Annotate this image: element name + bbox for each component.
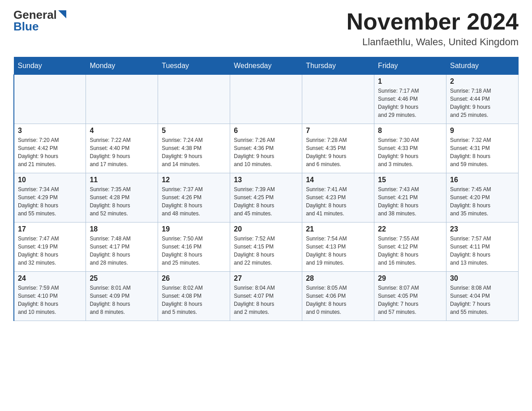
day-number: 18	[90, 225, 154, 233]
calendar-table: Sunday Monday Tuesday Wednesday Thursday…	[13, 57, 519, 321]
day-number: 7	[306, 127, 370, 135]
day-info: Sunrise: 7:30 AM Sunset: 4:33 PM Dayligh…	[378, 136, 442, 168]
day-number: 15	[378, 176, 442, 184]
table-row	[14, 75, 86, 124]
day-number: 17	[18, 225, 82, 233]
calendar-week-row: 10Sunrise: 7:34 AM Sunset: 4:29 PM Dayli…	[14, 173, 519, 223]
day-info: Sunrise: 7:35 AM Sunset: 4:28 PM Dayligh…	[90, 185, 154, 218]
day-number: 9	[450, 127, 515, 135]
table-row: 24Sunrise: 7:59 AM Sunset: 4:10 PM Dayli…	[14, 272, 86, 321]
table-row: 2Sunrise: 7:18 AM Sunset: 4:44 PM Daylig…	[446, 75, 519, 124]
day-info: Sunrise: 7:20 AM Sunset: 4:42 PM Dayligh…	[18, 136, 82, 168]
day-info: Sunrise: 7:26 AM Sunset: 4:36 PM Dayligh…	[234, 136, 298, 168]
table-row: 28Sunrise: 8:05 AM Sunset: 4:06 PM Dayli…	[302, 272, 374, 321]
title-area: November 2024 Llanfaethlu, Wales, United…	[347, 9, 519, 48]
col-saturday: Saturday	[446, 57, 519, 75]
day-number: 23	[450, 225, 515, 233]
day-number: 28	[306, 274, 370, 283]
day-number: 12	[162, 176, 226, 184]
table-row: 6Sunrise: 7:26 AM Sunset: 4:36 PM Daylig…	[230, 124, 302, 173]
table-row: 19Sunrise: 7:50 AM Sunset: 4:16 PM Dayli…	[158, 223, 230, 272]
day-info: Sunrise: 8:04 AM Sunset: 4:07 PM Dayligh…	[234, 284, 298, 316]
logo-general-text: General	[13, 9, 57, 21]
day-info: Sunrise: 7:57 AM Sunset: 4:11 PM Dayligh…	[450, 235, 515, 267]
day-info: Sunrise: 7:47 AM Sunset: 4:19 PM Dayligh…	[18, 235, 82, 267]
day-number: 25	[90, 274, 154, 283]
day-number: 24	[18, 274, 82, 283]
day-info: Sunrise: 7:28 AM Sunset: 4:35 PM Dayligh…	[306, 136, 370, 168]
col-thursday: Thursday	[302, 57, 374, 75]
day-info: Sunrise: 8:02 AM Sunset: 4:08 PM Dayligh…	[162, 284, 226, 316]
table-row: 29Sunrise: 8:07 AM Sunset: 4:05 PM Dayli…	[374, 272, 446, 321]
day-info: Sunrise: 7:22 AM Sunset: 4:40 PM Dayligh…	[90, 136, 154, 168]
day-info: Sunrise: 8:07 AM Sunset: 4:05 PM Dayligh…	[378, 284, 442, 316]
table-row	[158, 75, 230, 124]
col-sunday: Sunday	[14, 57, 86, 75]
table-row: 15Sunrise: 7:43 AM Sunset: 4:21 PM Dayli…	[374, 173, 446, 223]
day-info: Sunrise: 7:17 AM Sunset: 4:46 PM Dayligh…	[378, 87, 442, 119]
table-row: 26Sunrise: 8:02 AM Sunset: 4:08 PM Dayli…	[158, 272, 230, 321]
month-title: November 2024	[347, 9, 519, 34]
day-number: 3	[18, 127, 82, 135]
calendar-week-row: 1Sunrise: 7:17 AM Sunset: 4:46 PM Daylig…	[14, 75, 519, 124]
day-info: Sunrise: 7:59 AM Sunset: 4:10 PM Dayligh…	[18, 284, 82, 316]
day-info: Sunrise: 7:41 AM Sunset: 4:23 PM Dayligh…	[306, 185, 370, 218]
logo-blue-text: Blue	[13, 21, 39, 32]
day-info: Sunrise: 7:54 AM Sunset: 4:13 PM Dayligh…	[306, 235, 370, 267]
table-row: 22Sunrise: 7:55 AM Sunset: 4:12 PM Dayli…	[374, 223, 446, 272]
day-number: 8	[378, 127, 442, 135]
day-number: 19	[162, 225, 226, 233]
day-number: 21	[306, 225, 370, 233]
table-row	[230, 75, 302, 124]
table-row: 13Sunrise: 7:39 AM Sunset: 4:25 PM Dayli…	[230, 173, 302, 223]
table-row: 30Sunrise: 8:08 AM Sunset: 4:04 PM Dayli…	[446, 272, 519, 321]
table-row: 17Sunrise: 7:47 AM Sunset: 4:19 PM Dayli…	[14, 223, 86, 272]
table-row: 4Sunrise: 7:22 AM Sunset: 4:40 PM Daylig…	[86, 124, 158, 173]
day-info: Sunrise: 8:08 AM Sunset: 4:04 PM Dayligh…	[450, 284, 515, 316]
day-number: 4	[90, 127, 154, 135]
day-number: 14	[306, 176, 370, 184]
day-number: 6	[234, 127, 298, 135]
day-number: 1	[378, 77, 442, 86]
table-row: 7Sunrise: 7:28 AM Sunset: 4:35 PM Daylig…	[302, 124, 374, 173]
table-row: 5Sunrise: 7:24 AM Sunset: 4:38 PM Daylig…	[158, 124, 230, 173]
svg-marker-0	[58, 10, 66, 18]
day-number: 16	[450, 176, 515, 184]
day-info: Sunrise: 7:39 AM Sunset: 4:25 PM Dayligh…	[234, 185, 298, 218]
day-info: Sunrise: 8:05 AM Sunset: 4:06 PM Dayligh…	[306, 284, 370, 316]
day-number: 11	[90, 176, 154, 184]
col-wednesday: Wednesday	[230, 57, 302, 75]
logo: General Blue	[13, 9, 66, 32]
table-row: 8Sunrise: 7:30 AM Sunset: 4:33 PM Daylig…	[374, 124, 446, 173]
day-number: 20	[234, 225, 298, 233]
table-row: 27Sunrise: 8:04 AM Sunset: 4:07 PM Dayli…	[230, 272, 302, 321]
day-info: Sunrise: 7:37 AM Sunset: 4:26 PM Dayligh…	[162, 185, 226, 218]
day-info: Sunrise: 7:55 AM Sunset: 4:12 PM Dayligh…	[378, 235, 442, 267]
col-tuesday: Tuesday	[158, 57, 230, 75]
calendar-week-row: 24Sunrise: 7:59 AM Sunset: 4:10 PM Dayli…	[14, 272, 519, 321]
table-row: 18Sunrise: 7:48 AM Sunset: 4:17 PM Dayli…	[86, 223, 158, 272]
table-row: 23Sunrise: 7:57 AM Sunset: 4:11 PM Dayli…	[446, 223, 519, 272]
table-row: 21Sunrise: 7:54 AM Sunset: 4:13 PM Dayli…	[302, 223, 374, 272]
table-row: 25Sunrise: 8:01 AM Sunset: 4:09 PM Dayli…	[86, 272, 158, 321]
calendar-week-row: 3Sunrise: 7:20 AM Sunset: 4:42 PM Daylig…	[14, 124, 519, 173]
day-number: 30	[450, 274, 515, 283]
day-number: 29	[378, 274, 442, 283]
logo-triangle-icon	[58, 10, 66, 18]
table-row: 3Sunrise: 7:20 AM Sunset: 4:42 PM Daylig…	[14, 124, 86, 173]
table-row: 14Sunrise: 7:41 AM Sunset: 4:23 PM Dayli…	[302, 173, 374, 223]
calendar-header-row: Sunday Monday Tuesday Wednesday Thursday…	[14, 57, 519, 75]
day-info: Sunrise: 7:50 AM Sunset: 4:16 PM Dayligh…	[162, 235, 226, 267]
calendar-week-row: 17Sunrise: 7:47 AM Sunset: 4:19 PM Dayli…	[14, 223, 519, 272]
table-row: 12Sunrise: 7:37 AM Sunset: 4:26 PM Dayli…	[158, 173, 230, 223]
day-number: 26	[162, 274, 226, 283]
table-row	[302, 75, 374, 124]
table-row: 10Sunrise: 7:34 AM Sunset: 4:29 PM Dayli…	[14, 173, 86, 223]
day-info: Sunrise: 7:32 AM Sunset: 4:31 PM Dayligh…	[450, 136, 515, 168]
table-row: 1Sunrise: 7:17 AM Sunset: 4:46 PM Daylig…	[374, 75, 446, 124]
page-header: General Blue November 2024 Llanfaethlu, …	[13, 9, 519, 48]
table-row: 20Sunrise: 7:52 AM Sunset: 4:15 PM Dayli…	[230, 223, 302, 272]
day-number: 13	[234, 176, 298, 184]
day-number: 5	[162, 127, 226, 135]
table-row	[86, 75, 158, 124]
